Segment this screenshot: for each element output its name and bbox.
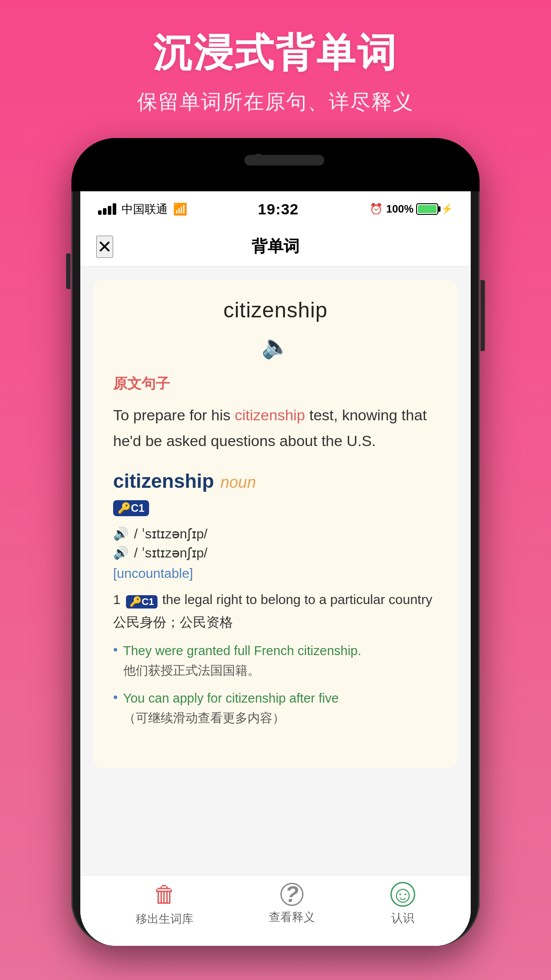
signal-bar-1 xyxy=(98,210,102,215)
example-item-1: • They were granted full French citizens… xyxy=(113,640,438,681)
charging-icon: ⚡ xyxy=(441,203,453,215)
close-button[interactable]: ✕ xyxy=(96,236,113,258)
audio-button-container[interactable]: 🔈 xyxy=(113,333,438,360)
pronunciation-us: / ˈsɪtɪzənʃɪp/ xyxy=(134,545,208,561)
def-text-cn: 公民身份；公民资格 xyxy=(113,615,233,629)
nav-bar: ✕ 背单词 xyxy=(80,227,471,267)
carrier-name: 中国联通 xyxy=(122,202,168,217)
speaker-icon[interactable]: 🔈 xyxy=(261,333,290,360)
tab-definition-label: 查看释义 xyxy=(269,909,315,925)
c1-badge-text: C1 xyxy=(131,502,145,514)
signal-bar-2 xyxy=(103,208,106,215)
scroll-area[interactable]: citizenship 🔈 原文句子 To prepare for his ci… xyxy=(80,267,471,875)
phone-speaker xyxy=(244,155,324,166)
example-text-1: They were granted full French citizenshi… xyxy=(123,640,362,681)
nav-title: 背单词 xyxy=(252,236,299,257)
bullet-2: • xyxy=(113,690,118,728)
section-label-original: 原文句子 xyxy=(113,374,438,394)
status-bar: 中国联通 📶 19:32 ⏰ 100% ⚡ xyxy=(80,191,471,227)
tab-recognize[interactable]: ☺ 认识 xyxy=(390,882,415,926)
original-sentence: To prepare for his citizenship test, kno… xyxy=(113,403,438,454)
status-left: 中国联通 📶 xyxy=(98,202,187,217)
app-title: 沉浸式背单词 xyxy=(137,27,414,79)
battery-percent: 100% xyxy=(386,203,413,215)
sentence-highlight: citizenship xyxy=(235,407,305,423)
bullet-1: • xyxy=(113,642,118,681)
example-2-cn: （可继续滑动查看更多内容） xyxy=(123,708,339,728)
word-title: citizenship xyxy=(113,298,438,322)
example-item-2: • You can apply for citizenship after fi… xyxy=(113,688,438,728)
c1-badge-prefix: 🔑 xyxy=(118,502,131,514)
smile-icon: ☺ xyxy=(390,882,415,907)
dict-word: citizenship xyxy=(113,470,214,492)
us-audio-icon[interactable]: 🔊 xyxy=(113,545,129,560)
def-c1-prefix: 🔑 xyxy=(130,596,142,608)
definition-block: 1 🔑 C1 the legal right to belong to a pa… xyxy=(113,588,438,633)
tab-remove[interactable]: 🗑 移出生词库 xyxy=(136,881,193,927)
phone-frame: 中国联通 📶 19:32 ⏰ 100% ⚡ ✕ 背单词 xyxy=(71,138,480,946)
example-1-cn: 他们获授正式法国国籍。 xyxy=(123,661,362,681)
example-1-en: They were granted full French citizenshi… xyxy=(123,640,362,661)
tab-recognize-label: 认识 xyxy=(391,910,414,926)
battery-fill xyxy=(418,205,437,213)
uk-audio-icon[interactable]: 🔊 xyxy=(113,526,129,541)
def-c1-badge: 🔑 C1 xyxy=(126,595,157,609)
flashcard: citizenship 🔈 原文句子 To prepare for his ci… xyxy=(94,280,457,768)
signal-bars xyxy=(98,203,116,215)
alarm-icon: ⏰ xyxy=(370,203,383,215)
battery-icon xyxy=(416,203,438,215)
example-2-en: You can apply for citizenship after five xyxy=(123,688,339,708)
signal-bar-4 xyxy=(113,203,116,215)
wifi-icon: 📶 xyxy=(173,202,187,216)
example-list: • They were granted full French citizens… xyxy=(113,640,438,728)
sentence-part1: To prepare for his xyxy=(113,407,235,423)
status-right: ⏰ 100% ⚡ xyxy=(370,203,453,215)
pronunciation-uk-row[interactable]: 🔊 / ˈsɪtɪzənʃɪp/ xyxy=(113,526,438,541)
example-text-2: You can apply for citizenship after five… xyxy=(123,688,339,728)
def-number: 1 xyxy=(113,592,121,607)
status-time: 19:32 xyxy=(258,201,299,218)
question-icon: ? xyxy=(280,883,303,906)
c1-badge: 🔑 C1 xyxy=(113,500,149,516)
def-c1-text: C1 xyxy=(142,596,154,608)
signal-bar-3 xyxy=(108,206,111,215)
pronunciation-us-row[interactable]: 🔊 / ˈsɪtɪzənʃɪp/ xyxy=(113,545,438,561)
pronunciation-uk: / ˈsɪtɪzənʃɪp/ xyxy=(134,526,208,541)
app-subtitle: 保留单词所在原句、详尽释义 xyxy=(137,88,414,116)
bottom-tab-bar: 🗑 移出生词库 ? 查看释义 ☺ 认识 xyxy=(80,875,471,946)
dict-pos: noun xyxy=(220,473,256,491)
countable-label: [uncountable] xyxy=(113,566,438,581)
c1-badge-container: 🔑 C1 xyxy=(113,496,438,521)
battery-container: 100% ⚡ xyxy=(386,203,453,215)
delete-icon: 🗑 xyxy=(153,881,176,908)
tab-definition[interactable]: ? 查看释义 xyxy=(269,883,315,925)
def-text-en: the legal right to belong to a particula… xyxy=(162,592,433,607)
phone-screen: 中国联通 📶 19:32 ⏰ 100% ⚡ ✕ 背单词 xyxy=(80,191,471,946)
phone-notch xyxy=(71,138,480,191)
dict-entry-header: citizenship noun xyxy=(113,470,438,492)
tab-remove-label: 移出生词库 xyxy=(136,911,193,927)
top-area: 沉浸式背单词 保留单词所在原句、详尽释义 xyxy=(137,0,414,138)
